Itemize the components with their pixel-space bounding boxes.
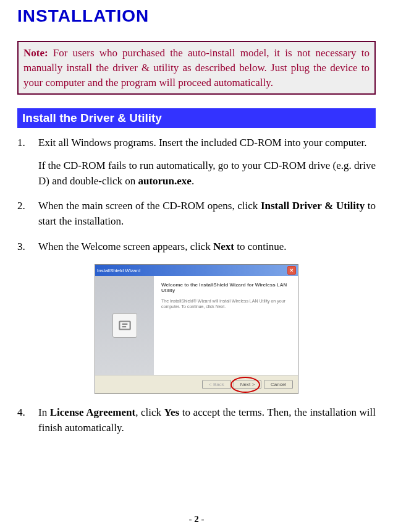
step-2: 2. When the main screen of the CD-ROM op…: [17, 199, 376, 229]
step-text: In: [38, 406, 50, 418]
step-4: 4. In License Agreement, click Yes to ac…: [17, 405, 376, 435]
wizard-heading: Welcome to the InstallShield Wizard for …: [161, 282, 290, 293]
wizard-window: InstallShield Wizard × Welcome to the In…: [95, 264, 298, 394]
step-number: 3.: [17, 239, 38, 255]
step-bold: Next: [213, 241, 234, 252]
step-body: Exit all Windows programs. Insert the in…: [38, 135, 376, 189]
page-number: - - 2 -2 -: [0, 514, 393, 525]
wizard-title: InstallShield Wizard: [97, 268, 140, 273]
step-1: 1. Exit all Windows programs. Insert the…: [17, 135, 376, 189]
next-button[interactable]: Next >: [234, 380, 261, 389]
step-bold: Yes: [164, 406, 180, 418]
step-number: 2.: [17, 199, 38, 229]
step-bold: License Agreement: [50, 406, 135, 418]
step-body: When the Welcome screen appears, click N…: [38, 239, 376, 255]
wizard-screenshot: InstallShield Wizard × Welcome to the In…: [95, 264, 298, 394]
cancel-button[interactable]: Cancel: [264, 380, 293, 389]
wizard-sidebar: [95, 276, 154, 375]
step-text: When the main screen of the CD-ROM opens…: [38, 200, 261, 212]
wizard-titlebar: InstallShield Wizard ×: [95, 265, 298, 276]
note-box: Note: For users who purchased the auto-i…: [17, 41, 376, 95]
step-3: 3. When the Welcome screen appears, clic…: [17, 239, 376, 255]
section-header: Install the Driver & Utility: [17, 108, 376, 128]
step-body: When the main screen of the CD-ROM opens…: [38, 199, 376, 229]
svg-rect-0: [119, 322, 130, 330]
step-text: , click: [135, 406, 164, 418]
step-text: When the Welcome screen appears, click: [38, 241, 213, 252]
wizard-body: Welcome to the InstallShield Wizard for …: [95, 276, 298, 375]
step-text: .: [192, 175, 194, 187]
close-icon[interactable]: ×: [287, 266, 296, 275]
step-text: to continue.: [234, 241, 287, 252]
wizard-content: Welcome to the InstallShield Wizard for …: [154, 276, 298, 375]
wizard-footer: < Back Next > Cancel: [95, 375, 298, 393]
note-body: For users who purchased the auto-install…: [23, 47, 370, 88]
page-title: INSTALLATION: [17, 6, 376, 26]
note-text: Note: For users who purchased the auto-i…: [23, 46, 370, 90]
step-bold: Install Driver & Utility: [261, 200, 365, 212]
back-button[interactable]: < Back: [202, 380, 231, 389]
step-text: If the CD-ROM fails to run automatically…: [38, 160, 376, 187]
step-bold: autorun.exe: [138, 175, 191, 187]
step-number: 4.: [17, 405, 38, 435]
step-text: Exit all Windows programs. Insert the in…: [38, 137, 367, 148]
wizard-body-text: The InstallShield® Wizard will install W…: [161, 298, 290, 309]
step-body: In License Agreement, click Yes to accep…: [38, 405, 376, 435]
note-label: Note:: [23, 47, 48, 59]
installer-icon: [112, 313, 137, 338]
step-number: 1.: [17, 135, 38, 189]
